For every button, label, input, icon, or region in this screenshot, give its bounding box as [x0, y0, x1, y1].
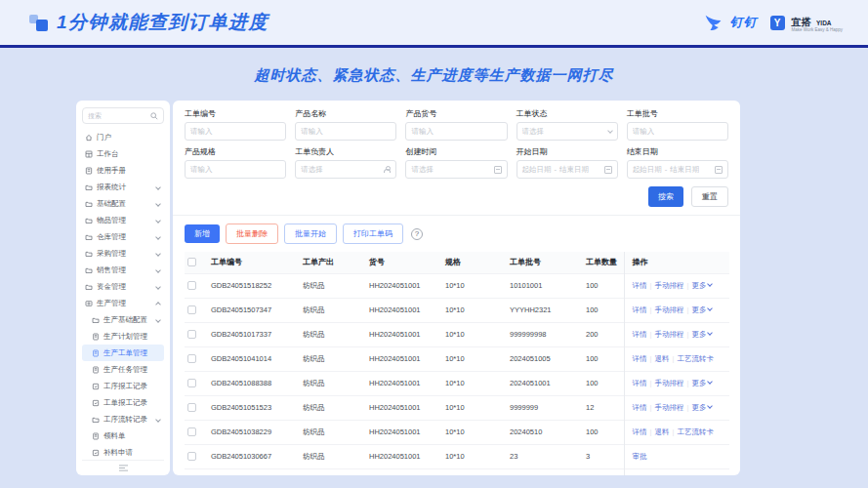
sidebar-item[interactable]: 生产计划管理 [82, 328, 164, 345]
sidebar-item[interactable]: 补料申请 [82, 444, 164, 460]
action-link[interactable]: 详情 [633, 330, 647, 339]
action-separator: | [650, 403, 652, 412]
action-link[interactable]: 更多 [691, 305, 712, 314]
sidebar-search[interactable] [82, 107, 164, 124]
filter-input-text[interactable]: 请输入 [295, 122, 396, 141]
sidebar-item-label: 仓库管理 [97, 232, 126, 242]
row-checkbox[interactable] [187, 330, 196, 339]
action-link[interactable]: 详情 [633, 281, 647, 290]
sidebar-item[interactable]: 门户 [82, 129, 164, 145]
filter-input-select[interactable]: 请选择 [517, 122, 618, 141]
sidebar-item[interactable]: 采购管理 [82, 245, 164, 262]
placeholder-text: 结束日期 [670, 165, 699, 175]
sidebar-item[interactable]: 基础配置 [82, 195, 164, 212]
action-link[interactable]: 手动排程 [654, 379, 683, 387]
filter-input-date[interactable]: 请选择 [405, 160, 507, 179]
action-link[interactable]: 手动排程 [654, 305, 683, 314]
row-checkbox[interactable] [187, 452, 196, 461]
action-link[interactable]: 详情 [633, 379, 647, 387]
sidebar-item[interactable]: 生产管理 [82, 295, 164, 311]
cell: GDB24051017337 [208, 322, 300, 346]
help-icon[interactable]: ? [411, 228, 423, 240]
sidebar-item[interactable]: 工单报工记录 [82, 394, 164, 411]
sidebar-item[interactable]: 使用手册 [82, 162, 164, 179]
chevron-down-icon [708, 330, 714, 336]
action-link[interactable]: 工艺流转卡 [677, 354, 714, 363]
sidebar-item[interactable]: 资金管理 [82, 278, 164, 295]
action-link[interactable]: 审批 [633, 452, 647, 461]
filter-input-daterange[interactable]: 起始日期-结束日期 [517, 160, 618, 179]
toolbar-button[interactable]: 批量开始 [284, 224, 337, 244]
input-suffix [715, 166, 723, 174]
sidebar-item[interactable]: 工序流转记录 [82, 411, 164, 427]
filter-input-person[interactable]: 请选择 [295, 160, 396, 179]
action-link[interactable]: 详情 [633, 354, 647, 363]
filter-input-text[interactable]: 请输入 [185, 122, 286, 141]
row-checkbox[interactable] [187, 403, 196, 412]
action-separator: | [686, 305, 688, 314]
action-link[interactable]: 更多 [691, 281, 712, 290]
chevron-down-icon [155, 251, 161, 257]
filter-label: 工单负责人 [295, 146, 396, 157]
row-checkbox-cell [185, 298, 208, 322]
header-divider [0, 45, 868, 48]
sidebar-item[interactable]: 仓库管理 [82, 228, 164, 245]
sidebar-item-label: 领料单 [103, 431, 126, 441]
sidebar-item[interactable]: 工序报工记录 [82, 378, 164, 394]
filter-input-text[interactable]: 请输入 [405, 122, 507, 141]
action-link[interactable]: 工艺流转卡 [677, 427, 714, 436]
toolbar-button[interactable]: 打印工单码 [343, 224, 403, 244]
sidebar-item[interactable]: 领料单 [82, 427, 164, 444]
filter-field: 工单批号请输入 [627, 108, 728, 141]
doc-icon [92, 432, 100, 440]
table-header-row: 工单编号工单产出货号规格工单批号工单数量操作 [185, 252, 729, 273]
filter-label: 工单状态 [517, 108, 618, 119]
calendar-icon [494, 166, 502, 174]
row-checkbox[interactable] [187, 354, 196, 363]
cell: 纺织品 [300, 322, 366, 346]
sidebar-item[interactable]: 物品管理 [82, 212, 164, 228]
record-icon [92, 449, 100, 457]
filter-input-text[interactable]: 请输入 [627, 122, 728, 141]
row-checkbox[interactable] [187, 305, 196, 314]
action-link[interactable]: 更多 [691, 403, 712, 412]
action-link[interactable]: 手动排程 [654, 330, 683, 339]
select-all-checkbox[interactable] [187, 258, 196, 266]
sidebar-item[interactable]: 报表统计 [82, 179, 164, 195]
sidebar-item[interactable]: 生产基础配置 [82, 311, 164, 328]
filter-input-text[interactable]: 请输入 [185, 160, 286, 179]
page-title: 1分钟就能查到订单进度 [57, 10, 269, 35]
sidebar-item[interactable]: 生产任务管理 [82, 361, 164, 378]
reset-button[interactable]: 重置 [691, 186, 728, 207]
sidebar-item[interactable]: 工作台 [82, 145, 164, 162]
action-link[interactable]: 详情 [633, 427, 647, 436]
actions-cell: 详情|手动排程|更多 [624, 298, 729, 322]
chevron-down-icon [155, 218, 161, 224]
search-button[interactable]: 搜索 [648, 186, 683, 207]
action-link[interactable]: 详情 [633, 403, 647, 412]
cell: HH2024051001 [366, 444, 442, 468]
sidebar-item-label: 物品管理 [97, 216, 126, 225]
action-link[interactable]: 详情 [633, 305, 647, 314]
table-row: GDB24051518252纺织品HH202405100110*10101010… [185, 273, 729, 298]
folder-icon [85, 250, 93, 258]
row-checkbox[interactable] [187, 281, 196, 290]
action-link[interactable]: 退料 [654, 354, 669, 363]
sidebar-item[interactable]: 生产工单管理 [82, 345, 164, 361]
sidebar-item[interactable]: 销售管理 [82, 262, 164, 278]
filter-input-daterange[interactable]: 起始日期-结束日期 [627, 160, 728, 179]
chevron-down-icon [155, 284, 161, 290]
action-link[interactable]: 更多 [691, 379, 712, 387]
action-link[interactable]: 更多 [691, 330, 712, 339]
sidebar-collapse[interactable] [82, 460, 164, 475]
action-link[interactable]: 退料 [654, 427, 669, 436]
action-link[interactable]: 手动排程 [654, 403, 683, 412]
row-checkbox[interactable] [187, 427, 196, 436]
folder-icon [85, 233, 93, 241]
add-button[interactable]: 新增 [185, 224, 220, 243]
toolbar-button[interactable]: 批量删除 [226, 224, 278, 244]
action-link[interactable]: 手动排程 [654, 281, 683, 290]
search-input[interactable] [88, 112, 150, 119]
row-checkbox[interactable] [187, 379, 196, 387]
cell: 3 [583, 444, 624, 468]
